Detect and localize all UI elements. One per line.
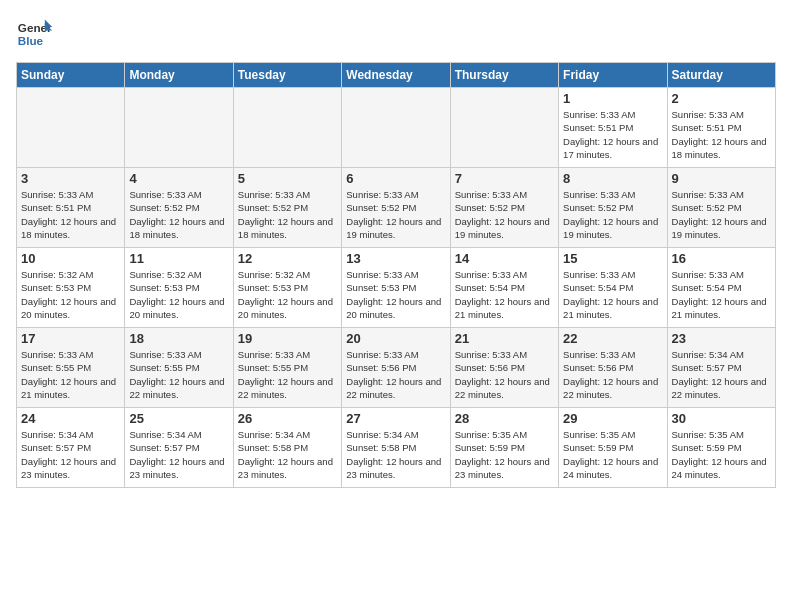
daylight-label: Daylight: xyxy=(238,216,275,227)
sunrise-label: Sunrise: xyxy=(238,189,273,200)
sunset-label: Sunset: xyxy=(455,282,487,293)
logo: General Blue xyxy=(16,16,56,52)
sunrise-label: Sunrise: xyxy=(129,349,164,360)
daylight-label: Daylight: xyxy=(672,136,709,147)
sunset-label: Sunset: xyxy=(563,282,595,293)
page-header: General Blue xyxy=(16,16,776,52)
sunrise-time: 5:33 AM xyxy=(384,189,419,200)
sunrise-label: Sunrise: xyxy=(346,429,381,440)
sunset-time: 5:59 PM xyxy=(706,442,741,453)
day-number: 10 xyxy=(21,251,120,266)
sunset-time: 5:51 PM xyxy=(56,202,91,213)
day-info: Sunrise: 5:33 AMSunset: 5:54 PMDaylight:… xyxy=(455,268,554,321)
day-number: 28 xyxy=(455,411,554,426)
sunrise-label: Sunrise: xyxy=(563,189,598,200)
daylight-label: Daylight: xyxy=(21,216,58,227)
sunset-time: 5:53 PM xyxy=(56,282,91,293)
sunrise-time: 5:33 AM xyxy=(709,109,744,120)
sunset-time: 5:55 PM xyxy=(56,362,91,373)
week-row-3: 10Sunrise: 5:32 AMSunset: 5:53 PMDayligh… xyxy=(17,248,776,328)
day-info: Sunrise: 5:35 AMSunset: 5:59 PMDaylight:… xyxy=(672,428,771,481)
col-header-sunday: Sunday xyxy=(17,63,125,88)
sunrise-time: 5:35 AM xyxy=(492,429,527,440)
sunrise-time: 5:35 AM xyxy=(601,429,636,440)
sunset-label: Sunset: xyxy=(238,362,270,373)
daylight-label: Daylight: xyxy=(346,296,383,307)
sunset-label: Sunset: xyxy=(563,362,595,373)
sunset-time: 5:52 PM xyxy=(490,202,525,213)
day-info: Sunrise: 5:33 AMSunset: 5:54 PMDaylight:… xyxy=(672,268,771,321)
day-cell: 12Sunrise: 5:32 AMSunset: 5:53 PMDayligh… xyxy=(233,248,341,328)
sunset-label: Sunset: xyxy=(672,122,704,133)
sunrise-time: 5:34 AM xyxy=(384,429,419,440)
sunset-time: 5:57 PM xyxy=(706,362,741,373)
day-cell: 4Sunrise: 5:33 AMSunset: 5:52 PMDaylight… xyxy=(125,168,233,248)
day-number: 16 xyxy=(672,251,771,266)
sunset-label: Sunset: xyxy=(346,442,378,453)
day-number: 6 xyxy=(346,171,445,186)
day-number: 27 xyxy=(346,411,445,426)
sunrise-label: Sunrise: xyxy=(672,109,707,120)
day-info: Sunrise: 5:33 AMSunset: 5:56 PMDaylight:… xyxy=(563,348,662,401)
day-number: 13 xyxy=(346,251,445,266)
sunrise-time: 5:33 AM xyxy=(492,349,527,360)
day-cell: 17Sunrise: 5:33 AMSunset: 5:55 PMDayligh… xyxy=(17,328,125,408)
logo-icon: General Blue xyxy=(16,16,52,52)
day-number: 18 xyxy=(129,331,228,346)
sunset-time: 5:52 PM xyxy=(598,202,633,213)
sunset-label: Sunset: xyxy=(21,362,53,373)
day-number: 11 xyxy=(129,251,228,266)
sunset-label: Sunset: xyxy=(563,202,595,213)
day-info: Sunrise: 5:33 AMSunset: 5:52 PMDaylight:… xyxy=(563,188,662,241)
sunrise-label: Sunrise: xyxy=(455,269,490,280)
daylight-label: Daylight: xyxy=(346,456,383,467)
day-info: Sunrise: 5:33 AMSunset: 5:56 PMDaylight:… xyxy=(346,348,445,401)
sunrise-label: Sunrise: xyxy=(672,189,707,200)
day-cell: 30Sunrise: 5:35 AMSunset: 5:59 PMDayligh… xyxy=(667,408,775,488)
sunset-time: 5:52 PM xyxy=(381,202,416,213)
day-info: Sunrise: 5:33 AMSunset: 5:52 PMDaylight:… xyxy=(238,188,337,241)
sunset-time: 5:53 PM xyxy=(381,282,416,293)
sunrise-label: Sunrise: xyxy=(563,109,598,120)
sunrise-label: Sunrise: xyxy=(346,269,381,280)
day-cell: 27Sunrise: 5:34 AMSunset: 5:58 PMDayligh… xyxy=(342,408,450,488)
day-cell xyxy=(233,88,341,168)
sunrise-label: Sunrise: xyxy=(563,269,598,280)
sunrise-time: 5:33 AM xyxy=(601,189,636,200)
sunrise-time: 5:33 AM xyxy=(709,189,744,200)
sunrise-label: Sunrise: xyxy=(455,429,490,440)
sunrise-time: 5:34 AM xyxy=(275,429,310,440)
daylight-label: Daylight: xyxy=(346,216,383,227)
day-cell: 7Sunrise: 5:33 AMSunset: 5:52 PMDaylight… xyxy=(450,168,558,248)
day-info: Sunrise: 5:35 AMSunset: 5:59 PMDaylight:… xyxy=(563,428,662,481)
daylight-label: Daylight: xyxy=(563,136,600,147)
sunrise-time: 5:32 AM xyxy=(167,269,202,280)
sunrise-time: 5:33 AM xyxy=(601,349,636,360)
col-header-thursday: Thursday xyxy=(450,63,558,88)
daylight-label: Daylight: xyxy=(129,376,166,387)
day-info: Sunrise: 5:34 AMSunset: 5:57 PMDaylight:… xyxy=(129,428,228,481)
day-number: 9 xyxy=(672,171,771,186)
day-number: 7 xyxy=(455,171,554,186)
sunrise-label: Sunrise: xyxy=(346,349,381,360)
week-row-4: 17Sunrise: 5:33 AMSunset: 5:55 PMDayligh… xyxy=(17,328,776,408)
daylight-label: Daylight: xyxy=(21,376,58,387)
day-number: 24 xyxy=(21,411,120,426)
day-info: Sunrise: 5:33 AMSunset: 5:53 PMDaylight:… xyxy=(346,268,445,321)
day-cell: 24Sunrise: 5:34 AMSunset: 5:57 PMDayligh… xyxy=(17,408,125,488)
sunrise-time: 5:33 AM xyxy=(167,189,202,200)
daylight-label: Daylight: xyxy=(672,296,709,307)
sunrise-label: Sunrise: xyxy=(563,429,598,440)
sunset-label: Sunset: xyxy=(455,202,487,213)
day-number: 25 xyxy=(129,411,228,426)
day-info: Sunrise: 5:33 AMSunset: 5:54 PMDaylight:… xyxy=(563,268,662,321)
sunrise-label: Sunrise: xyxy=(672,429,707,440)
sunrise-label: Sunrise: xyxy=(672,349,707,360)
sunrise-time: 5:33 AM xyxy=(709,269,744,280)
sunset-label: Sunset: xyxy=(346,202,378,213)
sunrise-label: Sunrise: xyxy=(455,189,490,200)
day-cell: 22Sunrise: 5:33 AMSunset: 5:56 PMDayligh… xyxy=(559,328,667,408)
day-cell: 10Sunrise: 5:32 AMSunset: 5:53 PMDayligh… xyxy=(17,248,125,328)
sunrise-time: 5:33 AM xyxy=(59,349,94,360)
sunset-time: 5:59 PM xyxy=(490,442,525,453)
